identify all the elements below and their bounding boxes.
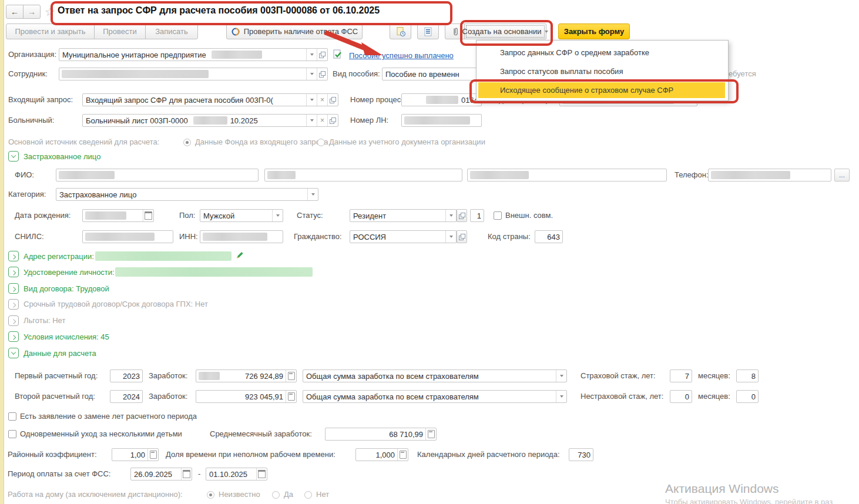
phone-input[interactable] [708,169,831,182]
process-number-input[interactable]: 0164 [401,93,482,106]
pencil-icon[interactable] [235,250,244,260]
contract-type-section-toggle[interactable] [8,283,19,294]
birth-date-calendar-button[interactable] [143,210,153,221]
benefits-section-toggle[interactable] [8,315,19,326]
incoming-request-dropdown-button[interactable] [306,94,317,106]
category-dropdown-button[interactable] [307,189,318,200]
country-code-input[interactable]: 643 [535,230,563,243]
earnings1-input[interactable]: 726 924,89 [196,369,297,382]
fss-period-to-input[interactable]: 01.10.2025 [206,468,267,481]
sum-type2-select[interactable]: Общая сумма заработка по всем страховате… [303,390,567,403]
sick-leave-open-button[interactable] [327,115,338,126]
sum-type1-dropdown-button[interactable] [556,370,566,382]
sick-leave-clear-button[interactable]: × [317,115,327,126]
employee-input[interactable] [59,68,328,80]
reports-button[interactable] [417,23,439,39]
gender-dropdown-button[interactable] [272,210,283,221]
document-check-icon [333,49,344,60]
non-insurance-exp-months-input[interactable]: 0 [736,390,759,403]
last-name-input[interactable] [56,169,259,182]
employee-open-button[interactable] [317,68,327,80]
address-section-toggle[interactable] [8,251,19,261]
menu-item-payment-status-request[interactable]: Запрос статусов выплаты пособия [478,63,725,79]
earnings2-input[interactable]: 923 045,91 [196,390,297,403]
home-work-unknown-radio[interactable] [207,491,214,499]
fixed-term-section-toggle[interactable] [8,299,19,310]
redacted-text [267,171,296,179]
menu-item-outgoing-insurance-message[interactable]: Исходящее сообщение о страховом случае С… [478,82,725,98]
first-name-input[interactable] [264,169,462,182]
identity-doc-section-toggle[interactable] [8,267,19,277]
citizenship-input[interactable]: РОССИЯ [350,230,457,243]
create-based-on-button[interactable]: Создать на основании [464,23,546,39]
organization-input[interactable]: Муниципальное унитарное предприятие [59,48,328,61]
insurance-exp-years-input[interactable]: 7 [670,369,692,382]
snils-input[interactable] [82,230,173,243]
status-number-input[interactable]: 1 [470,209,484,222]
avg-earn-input[interactable]: 68 710,99 [325,428,437,441]
source-org-radio[interactable] [317,139,325,146]
close-form-button[interactable]: Закрыть форму [558,23,630,39]
citizenship-dropdown-button[interactable] [445,231,456,243]
back-button[interactable]: ← [6,5,24,19]
sum-type2-dropdown-button[interactable] [556,391,566,402]
sick-leave-dropdown-button[interactable] [306,115,317,126]
status-open-button[interactable] [457,209,467,222]
save-button[interactable]: Записать [145,23,198,39]
fss-period-from-calendar-button[interactable] [181,468,192,480]
create-document-button[interactable] [390,23,411,39]
fss-period-from-input[interactable]: 26.09.2025 [130,468,192,481]
citizenship-open-button[interactable] [457,230,467,243]
sick-leave-input[interactable]: Больничный лист 003П-0000 10.2025 × [82,114,338,127]
district-coef-calc-button[interactable] [147,449,158,461]
avg-earn-calc-button[interactable] [425,428,436,440]
gender-input[interactable]: Мужской [200,209,283,222]
earnings1-calc-button[interactable] [286,370,296,382]
insured-section-toggle[interactable] [8,151,19,162]
replace-years-checkbox[interactable] [8,412,16,421]
status-input[interactable]: Резидент [350,209,457,222]
organization-dropdown-button[interactable] [306,49,317,61]
category-input[interactable]: Застрахованное лицо [56,188,318,201]
employee-dropdown-button[interactable] [306,68,317,80]
incoming-request-clear-button[interactable]: × [317,94,327,106]
earnings2-calc-button[interactable] [286,391,296,402]
home-work-no-radio[interactable] [304,491,312,499]
birth-date-input[interactable] [82,209,154,222]
menu-item-avg-earnings-request[interactable]: Запрос данных СФР о среднем заработке [478,45,725,61]
part-time-input[interactable]: 1,000 [355,448,408,461]
part-time-label: Доля времени при неполном рабочем времен… [166,448,335,461]
fss-period-to-calendar-button[interactable] [256,468,267,480]
part-time-calc-button[interactable] [397,449,408,461]
home-work-yes-radio[interactable] [272,491,280,499]
first-year-input[interactable]: 2023 [110,369,143,382]
benefit-paid-link[interactable]: Пособие успешно выплачено [349,50,454,62]
non-insurance-exp-years-input[interactable]: 0 [670,390,692,403]
post-and-close-label: Провести и закрыть [15,27,85,36]
calc-data-section-toggle[interactable] [8,348,19,358]
organization-open-button[interactable] [317,49,327,61]
post-and-close-button[interactable]: Провести и закрыть [6,23,95,39]
incoming-request-open-button[interactable] [327,94,338,106]
multi-child-checkbox[interactable] [8,430,16,438]
inn-input[interactable] [200,230,283,243]
calendar-days-input[interactable]: 730 [569,448,593,461]
calc-conditions-section-toggle[interactable] [8,331,19,342]
middle-name-input[interactable] [467,169,667,182]
sum-type1-select[interactable]: Общая сумма заработка по всем страховате… [303,369,567,382]
district-coef-input[interactable]: 1,00 [112,448,159,461]
status-dropdown-button[interactable] [445,210,456,221]
period-dash: - [198,468,200,481]
check-fss-response-button[interactable]: Проверить наличие ответа ФСС [226,23,363,39]
post-button[interactable]: Провести [94,23,146,39]
phone-more-button[interactable]: ... [834,169,850,182]
source-fund-radio[interactable] [183,139,191,146]
external-combo-checkbox[interactable] [494,211,502,220]
favorite-star-icon[interactable]: ☆ [45,5,55,19]
insurance-exp-months-input[interactable]: 8 [736,369,759,382]
second-year-input[interactable]: 2024 [110,390,143,403]
forward-button[interactable]: → [23,5,41,19]
incoming-request-input[interactable]: Входящий запрос СФР для расчета пособия … [82,93,338,106]
calculator-icon [428,430,435,438]
ln-number-input[interactable] [401,114,482,127]
